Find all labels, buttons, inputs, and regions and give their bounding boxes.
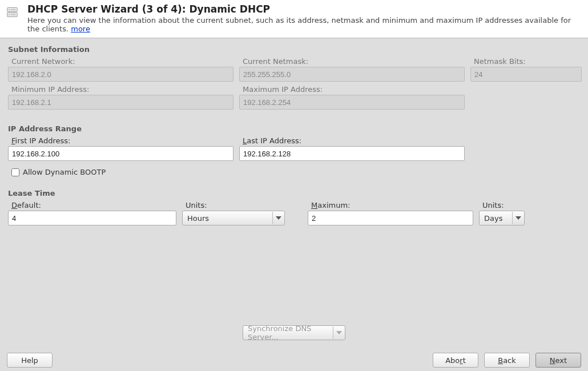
content: Subnet Information Current Network: Curr… [0, 38, 588, 371]
lease-time-title: Lease Time [8, 189, 580, 197]
min-ip-field [8, 95, 233, 110]
footer: Help Abort Back Next [0, 353, 588, 368]
current-network-label: Current Network: [11, 57, 233, 66]
last-ip-field[interactable] [239, 146, 465, 161]
max-ip-field [239, 95, 465, 110]
chevron-down-icon [512, 212, 523, 224]
first-ip-label: First IP Address: [11, 136, 233, 145]
sync-dns-row: Synchronize DNS Server... [0, 325, 588, 340]
back-button[interactable]: Back [484, 353, 530, 368]
header: DHCP Server Wizard (3 of 4): Dynamic DHC… [0, 0, 588, 38]
abort-button[interactable]: Abort [433, 353, 478, 368]
lease-default-field[interactable] [8, 211, 176, 225]
svg-point-2 [9, 9, 10, 10]
help-button[interactable]: Help [7, 353, 53, 368]
allow-bootp-checkbox[interactable] [11, 168, 19, 176]
lease-default-units-label: Units: [186, 201, 285, 209]
page-title: DHCP Server Wizard (3 of 4): Dynamic DHC… [27, 3, 582, 15]
first-ip-field[interactable] [8, 146, 233, 161]
netmask-bits-field [470, 67, 582, 82]
subnet-info-title: Subnet Information [8, 45, 580, 54]
max-ip-label: Maximum IP Address: [243, 85, 465, 94]
chevron-down-icon [333, 326, 344, 339]
lease-default-units-select[interactable]: Hours [182, 211, 285, 225]
lease-max-label: Maximum: [311, 201, 473, 209]
lease-max-units-label: Units: [482, 201, 525, 209]
next-button[interactable]: Next [535, 353, 581, 368]
chevron-down-icon [272, 212, 284, 224]
last-ip-label: Last IP Address: [243, 136, 465, 145]
lease-default-label: Default: [11, 201, 176, 209]
sync-dns-select: Synchronize DNS Server... [243, 325, 345, 340]
lease-max-field[interactable] [308, 211, 473, 225]
page-subtitle: Here you can view the information about … [27, 16, 582, 33]
current-netmask-label: Current Netmask: [243, 57, 465, 66]
more-link[interactable]: more [71, 25, 90, 33]
current-network-field [8, 67, 233, 82]
svg-rect-5 [11, 14, 16, 15]
svg-point-3 [9, 14, 10, 15]
current-netmask-field [239, 67, 465, 82]
svg-rect-4 [11, 9, 16, 10]
min-ip-label: Minimum IP Address: [11, 85, 233, 94]
server-icon [6, 6, 22, 22]
allow-bootp-label: Allow Dynamic BOOTP [23, 168, 106, 176]
ip-range-title: IP Address Range [8, 124, 580, 133]
netmask-bits-label: Netmask Bits: [474, 57, 582, 66]
